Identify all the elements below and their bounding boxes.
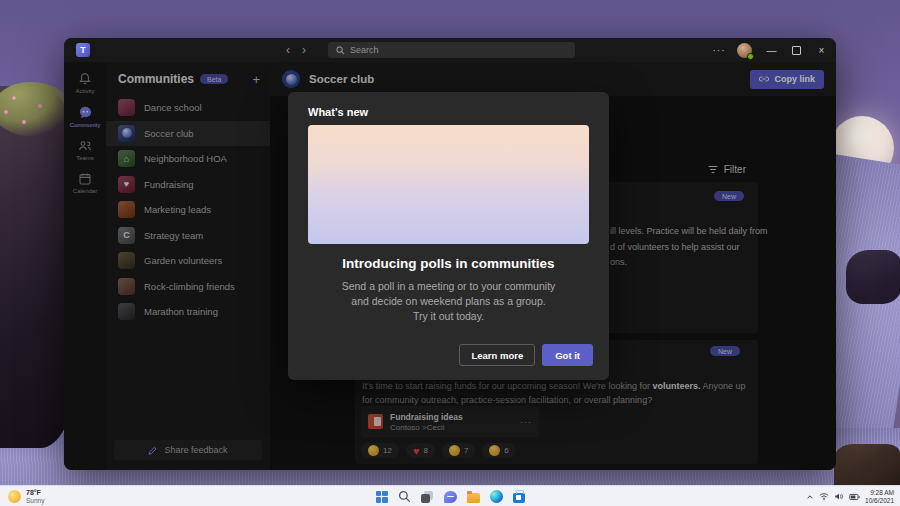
teams-window: T ‹ › Search ··· — × Activity (64, 38, 836, 470)
battery-icon[interactable] (849, 493, 860, 501)
more-options-button[interactable]: ··· (708, 45, 730, 56)
title-bar[interactable]: T ‹ › Search ··· — × (64, 38, 836, 62)
feature-illustration (308, 125, 589, 244)
rock-graphic (846, 250, 900, 304)
search-input[interactable]: Search (328, 42, 575, 58)
clock[interactable]: 9:28 AM 10/6/2021 (865, 489, 894, 504)
presence-available-icon (747, 53, 754, 60)
tray-chevron-icon[interactable] (806, 493, 814, 501)
dialog-header: What's new (308, 106, 368, 118)
teams-app-icon: T (76, 43, 90, 57)
dialog-title: Introducing polls in communities (288, 256, 609, 271)
system-tray: 9:28 AM 10/6/2021 (806, 486, 894, 506)
start-button[interactable] (376, 491, 388, 503)
whats-new-dialog: What's new Introducing polls in communit… (288, 92, 609, 380)
dialog-body: Send a poll in a meeting or to your comm… (288, 279, 609, 324)
cliff-graphic (0, 86, 74, 448)
forward-button[interactable]: › (302, 43, 306, 57)
learn-more-button[interactable]: Learn more (459, 344, 535, 366)
tray-date: 10/6/2021 (865, 497, 894, 505)
user-avatar[interactable] (737, 43, 752, 58)
maximize-button[interactable] (784, 38, 809, 62)
got-it-button[interactable]: Got it (542, 344, 593, 366)
store-icon[interactable] (513, 493, 525, 503)
minimize-button[interactable]: — (759, 38, 784, 62)
close-button[interactable]: × (809, 38, 834, 62)
volume-icon[interactable] (834, 492, 844, 501)
wifi-icon[interactable] (819, 492, 829, 501)
taskbar: 78°F Sunny 9:28 AM 10/6/2021 (0, 485, 900, 506)
taskbar-search-icon[interactable] (398, 490, 411, 503)
taskbar-icons (0, 486, 900, 506)
desktop: T ‹ › Search ··· — × Activity (0, 0, 900, 506)
edge-icon[interactable] (490, 490, 503, 503)
grass-flowers-graphic (0, 82, 74, 136)
file-explorer-icon[interactable] (467, 493, 480, 503)
chat-icon[interactable] (444, 491, 457, 503)
search-icon (336, 46, 345, 55)
back-button[interactable]: ‹ (286, 43, 290, 57)
tray-time: 9:28 AM (865, 489, 894, 497)
task-view-icon[interactable] (421, 491, 434, 503)
search-placeholder: Search (350, 45, 379, 55)
